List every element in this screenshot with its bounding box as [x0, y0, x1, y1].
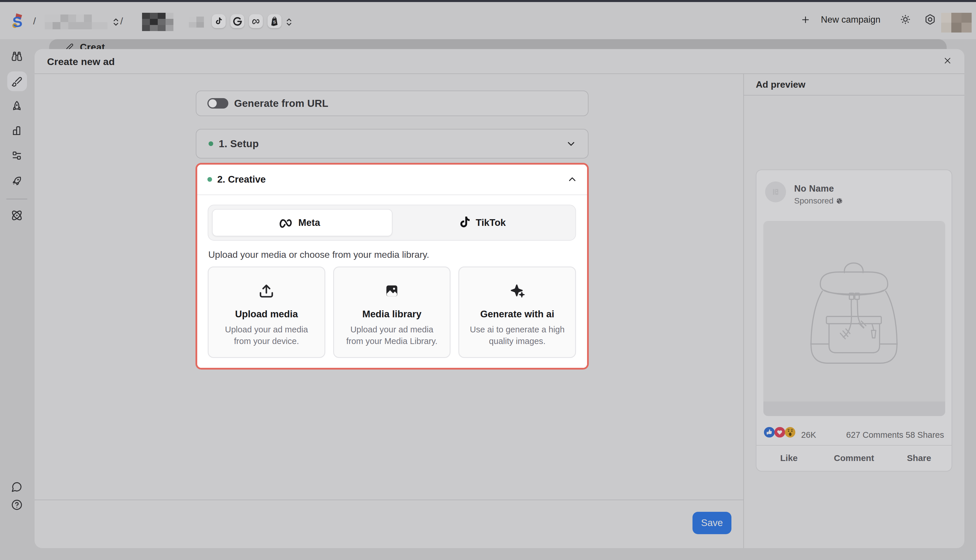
svg-text:S: S: [273, 20, 276, 24]
svg-text:S: S: [12, 13, 22, 29]
